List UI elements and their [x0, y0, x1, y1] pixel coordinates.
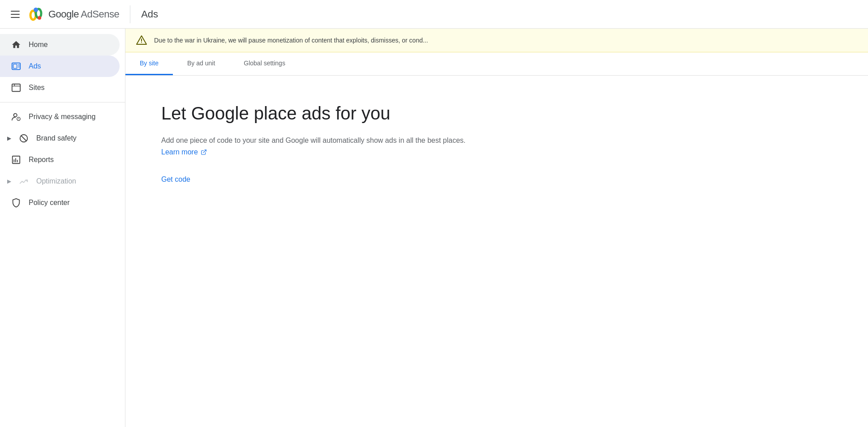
svg-point-23 — [141, 42, 142, 43]
home-icon — [11, 39, 21, 50]
svg-point-3 — [38, 16, 41, 20]
svg-point-2 — [34, 8, 38, 12]
svg-point-12 — [14, 114, 17, 117]
main-heading: Let Google place ads for you — [161, 102, 832, 124]
privacy-icon — [11, 111, 21, 122]
sidebar-item-optimization-label: Optimization — [36, 177, 76, 185]
sidebar-item-policy-center[interactable]: Policy center — [0, 192, 120, 214]
tab-by-site[interactable]: By site — [125, 52, 173, 75]
brand-safety-expand-icon: ▶ — [7, 135, 11, 141]
optimization-expand-icon: ▶ — [7, 178, 11, 184]
adsense-logo-icon — [27, 5, 45, 23]
learn-more-link[interactable]: Learn more — [161, 148, 207, 156]
svg-line-24 — [203, 150, 206, 153]
svg-rect-5 — [13, 64, 17, 68]
logo-text: Google AdSense — [48, 9, 119, 20]
header-title: Ads — [141, 9, 158, 20]
sidebar-item-optimization[interactable]: ▶ Optimization — [0, 171, 120, 192]
description-text: Add one piece of code to your site and G… — [161, 137, 466, 144]
optimization-icon — [18, 176, 29, 187]
menu-button[interactable] — [7, 7, 23, 21]
sidebar-item-ads[interactable]: Ads — [0, 56, 120, 77]
sidebar-item-reports[interactable]: Reports — [0, 149, 120, 171]
reports-icon — [11, 154, 21, 165]
tab-global-settings[interactable]: Global settings — [229, 52, 300, 75]
header-divider — [130, 5, 130, 23]
sidebar: Home Ads — [0, 29, 125, 427]
sidebar-item-sites-label: Sites — [29, 84, 45, 92]
main-layout: Home Ads — [0, 29, 868, 427]
warning-banner: Due to the war in Ukraine, we will pause… — [125, 29, 868, 52]
sites-icon — [11, 82, 21, 93]
sidebar-divider-1 — [0, 102, 125, 102]
top-header: Google AdSense Ads — [0, 0, 868, 29]
main-description: Add one piece of code to your site and G… — [161, 135, 475, 158]
external-link-icon — [201, 149, 207, 155]
policy-icon — [11, 197, 21, 208]
content-area: Due to the war in Ukraine, we will pause… — [125, 29, 868, 427]
sidebar-item-reports-label: Reports — [29, 156, 54, 164]
svg-line-17 — [21, 136, 27, 141]
sidebar-item-home-label: Home — [29, 41, 48, 49]
logo-area: Google AdSense — [27, 5, 119, 23]
tabs-bar: By site By ad unit Global settings — [125, 52, 868, 76]
sidebar-item-policy-label: Policy center — [29, 199, 70, 207]
sidebar-item-privacy-label: Privacy & messaging — [29, 113, 95, 121]
sidebar-item-sites[interactable]: Sites — [0, 77, 120, 98]
get-code-button[interactable]: Get code — [161, 172, 190, 187]
warning-text: Due to the war in Ukraine, we will pause… — [154, 36, 428, 45]
sidebar-item-brand-safety[interactable]: ▶ Brand safety — [0, 128, 120, 149]
sidebar-item-home[interactable]: Home — [0, 34, 120, 56]
sidebar-item-ads-label: Ads — [29, 62, 41, 70]
warning-icon — [136, 35, 147, 46]
svg-point-15 — [18, 120, 19, 120]
sidebar-item-brand-safety-label: Brand safety — [36, 134, 77, 142]
svg-rect-9 — [12, 84, 20, 92]
tab-by-ad-unit[interactable]: By ad unit — [173, 52, 229, 75]
ads-icon — [11, 61, 21, 72]
brand-safety-icon — [18, 133, 29, 144]
main-content: Let Google place ads for you Add one pie… — [125, 76, 868, 427]
sidebar-item-privacy-messaging[interactable]: Privacy & messaging — [0, 106, 120, 128]
